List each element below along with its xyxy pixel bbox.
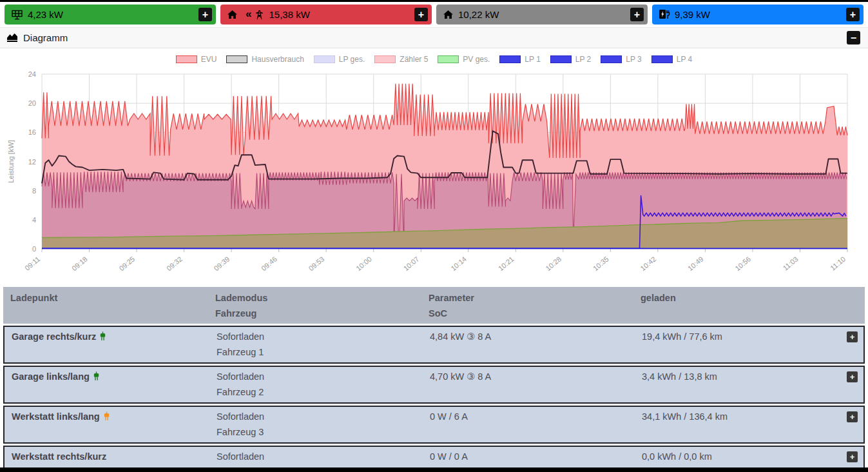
table-header: Ladepunkt LademodusFahrzeug ParameterSoC… (3, 287, 865, 324)
parameter-cell: 0 W / 6 A (430, 409, 642, 440)
legend-swatch (550, 55, 572, 63)
x-tick-label: 10:21 (497, 255, 516, 272)
x-tick-label: 10:07 (402, 255, 421, 272)
legend-label: LP 2 (575, 55, 591, 64)
expand-row-button[interactable]: + (847, 371, 858, 382)
charging-station-icon (659, 9, 670, 20)
x-tick-label: 09:32 (165, 255, 184, 272)
y-tick-label: 12 (28, 158, 36, 166)
x-tick-label: 10:28 (544, 255, 563, 272)
y-tick-label: 4 (32, 216, 36, 224)
pv-power-value: 4,23 kW (28, 9, 63, 20)
grid-import-value: 15,38 kW (269, 9, 309, 20)
legend-swatch (499, 55, 521, 63)
house-power-value: 10,22 kW (458, 9, 499, 20)
ladepunkt-name: Garage links/lang (12, 371, 90, 382)
header-lademodus-fahrzeug: LademodusFahrzeug (215, 290, 429, 321)
status-box-pv: 4,23 kW + (5, 5, 216, 25)
status-bar: 4,23 kW + « 15,38 kW + 10,22 kW + (0, 2, 868, 26)
legend-label: Zähler 5 (400, 55, 428, 64)
lademodus: Sofortladen (217, 449, 430, 464)
y-axis-title: Leistung [kW] (7, 140, 15, 183)
legend-item[interactable]: Zähler 5 (374, 55, 428, 64)
geladen-value: 3,4 kWh / 13,8 km (642, 369, 863, 384)
plug-icon (99, 331, 106, 341)
header-geladen: geladen (641, 290, 865, 321)
ladepunkt-name: Werkstatt rechts/kurz (12, 451, 106, 462)
legend-swatch (176, 55, 197, 63)
status-box-house: 10,22 kW + (436, 5, 648, 25)
geladen-value: 19,4 kWh / 77,6 km (642, 329, 863, 344)
status-box-grid-import: « 15,38 kW + (220, 5, 432, 25)
power-chart[interactable]: 0481216202409:1109:1809:2509:3209:3909:4… (0, 48, 868, 285)
legend-swatch (226, 55, 247, 63)
ladepunkt-row: Werkstatt links/langSofortladenFahrzeug … (3, 406, 865, 444)
expand-charge-button[interactable]: + (846, 8, 860, 21)
ladepunkt-name: Garage rechts/kurz (12, 331, 96, 342)
geladen-value: 34,1 kWh / 136,4 km (642, 409, 863, 424)
legend-label: LP 4 (677, 55, 692, 64)
x-tick-label: 09:11 (23, 255, 41, 271)
geladen-cell: 34,1 kWh / 136,4 km (642, 409, 863, 440)
status-box-charge: 9,39 kW + (652, 5, 863, 25)
parameter-cell: 4,70 kW ③ 8 A (430, 369, 642, 400)
lademodus-fahrzeug-cell: SofortladenFahrzeug 2 (217, 369, 430, 400)
chart-area: EVUHausverbrauchLP ges.Zähler 5PV ges.LP… (0, 48, 868, 285)
diagram-header: Diagramm − (0, 27, 868, 48)
x-tick-label: 10:42 (639, 255, 657, 272)
legend-item[interactable]: LP ges. (314, 55, 365, 64)
legend-item[interactable]: LP 1 (499, 55, 540, 64)
legend-label: Hausverbrauch (251, 55, 304, 64)
transmission-tower-icon (255, 9, 264, 20)
chargepoint-table: Ladepunkt LademodusFahrzeug ParameterSoC… (3, 287, 865, 472)
fahrzeug: Fahrzeug 3 (217, 424, 430, 440)
expand-row-button[interactable]: + (847, 411, 858, 422)
y-tick-label: 20 (28, 99, 36, 107)
y-tick-label: 16 (28, 128, 36, 136)
legend-item[interactable]: LP 2 (550, 55, 591, 64)
legend-swatch (374, 55, 396, 63)
expand-grid-button[interactable]: + (414, 8, 428, 21)
x-tick-label: 10:56 (733, 255, 752, 272)
expand-pv-button[interactable]: + (198, 8, 212, 21)
house-icon (227, 10, 238, 20)
legend-label: LP 1 (525, 55, 540, 64)
diagram-title: Diagramm (23, 32, 68, 43)
ladepunkt-name: Werkstatt links/lang (12, 411, 100, 422)
expand-house-button[interactable]: + (630, 8, 644, 21)
x-tick-label: 11:10 (829, 255, 847, 271)
x-tick-label: 09:46 (260, 255, 278, 272)
geladen-value: 0,0 kWh / 0,0 km (642, 449, 863, 464)
ladepunkt-row: Garage rechts/kurzSofortladenFahrzeug 14… (3, 326, 865, 364)
legend-swatch (438, 55, 459, 63)
y-tick-label: 0 (32, 245, 36, 253)
legend-item[interactable]: PV ges. (438, 55, 490, 64)
y-tick-label: 24 (28, 70, 36, 78)
table-body: Garage rechts/kurzSofortladenFahrzeug 14… (3, 326, 865, 472)
collapse-diagram-button[interactable]: − (847, 31, 860, 44)
legend-item[interactable]: EVU (176, 55, 217, 64)
lademodus-fahrzeug-cell: SofortladenFahrzeug 3 (217, 409, 430, 440)
legend-item[interactable]: Hausverbrauch (226, 55, 304, 64)
chart-area-icon (6, 33, 18, 43)
legend-item[interactable]: LP 4 (651, 55, 692, 64)
geladen-cell: 19,4 kWh / 77,6 km (642, 329, 863, 360)
ladepunkt-name-cell: Werkstatt links/lang (5, 409, 217, 440)
parameter-value: 0 W / 0 A (430, 449, 642, 464)
y-tick-label: 8 (32, 187, 36, 195)
parameter-value: 4,84 kW ③ 8 A (430, 329, 642, 344)
legend-label: LP 3 (626, 55, 641, 64)
x-tick-label: 10:49 (686, 255, 705, 272)
bottom-border (0, 467, 868, 472)
ladepunkt-name-cell: Garage rechts/kurz (5, 329, 217, 360)
expand-row-button[interactable]: + (847, 331, 858, 342)
expand-row-button[interactable]: + (847, 451, 858, 462)
legend-swatch (314, 55, 335, 63)
header-ladepunkt: Ladepunkt (3, 290, 215, 321)
geladen-cell: 3,4 kWh / 13,8 km (642, 369, 863, 400)
lademodus: Sofortladen (217, 409, 430, 424)
charge-power-value: 9,39 kW (675, 9, 710, 20)
ladepunkt-name-cell: Garage links/lang (5, 369, 217, 400)
legend-item[interactable]: LP 3 (601, 55, 641, 64)
legend-swatch (651, 55, 673, 63)
